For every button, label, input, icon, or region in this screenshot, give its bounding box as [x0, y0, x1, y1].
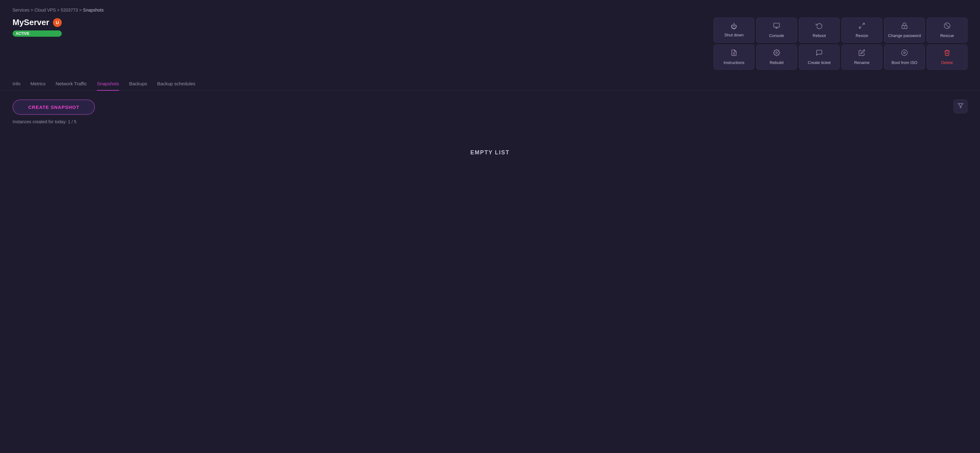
- delete-label: Delete: [941, 60, 953, 65]
- delete-button[interactable]: Delete: [927, 45, 967, 70]
- tab-info[interactable]: Info: [13, 77, 21, 91]
- rescue-button[interactable]: Rescue: [927, 18, 967, 43]
- shut-down-button[interactable]: ⏻ Shut down: [714, 18, 754, 43]
- rebuild-icon: [773, 49, 780, 58]
- svg-point-12: [902, 50, 907, 56]
- rename-label: Rename: [854, 60, 869, 65]
- change-password-button[interactable]: Change password: [884, 18, 925, 43]
- instances-text: Instances created for today: 1 / 5: [13, 119, 95, 124]
- rebuild-label: Rebuild: [770, 60, 783, 65]
- tab-snapshots[interactable]: Snapshots: [97, 77, 119, 91]
- boot-from-iso-label: Boot from ISO: [892, 60, 917, 65]
- reboot-button[interactable]: Reboot: [799, 18, 840, 43]
- console-button[interactable]: Console: [756, 18, 797, 43]
- svg-line-4: [859, 26, 861, 28]
- resize-icon: [858, 22, 865, 31]
- snapshots-content: CREATE SNAPSHOT Instances created for to…: [0, 91, 980, 165]
- boot-from-iso-button[interactable]: Boot from ISO: [884, 45, 925, 70]
- svg-point-11: [776, 52, 778, 54]
- breadcrumb-current: Snapshots: [83, 8, 104, 13]
- instructions-label: Instructions: [724, 60, 745, 65]
- tab-network-traffic[interactable]: Network Traffic: [56, 77, 87, 91]
- filter-button[interactable]: [954, 99, 967, 113]
- empty-list-label: EMPTY LIST: [13, 149, 967, 156]
- svg-point-6: [904, 27, 905, 27]
- create-ticket-icon: [816, 49, 822, 58]
- rebuild-button[interactable]: Rebuild: [756, 45, 797, 70]
- console-icon: [773, 22, 780, 31]
- tab-metrics[interactable]: Metrics: [30, 77, 45, 91]
- tabs-bar: Info Metrics Network Traffic Snapshots B…: [0, 77, 980, 91]
- server-info: MyServer U ACTIVE: [13, 18, 62, 37]
- shut-down-label: Shut down: [724, 33, 743, 37]
- svg-rect-0: [774, 23, 780, 27]
- action-grid: ⏻ Shut down Console Reboot Resize Chan: [714, 18, 967, 70]
- rename-icon: [858, 49, 865, 58]
- breadcrumb-services[interactable]: Services: [13, 8, 29, 13]
- status-badge: ACTIVE: [13, 30, 62, 37]
- svg-line-8: [945, 24, 949, 28]
- breadcrumb: Services > Cloud VPS > 5203773 > Snapsho…: [0, 0, 980, 18]
- os-icon: U: [53, 18, 62, 27]
- rescue-label: Rescue: [940, 33, 954, 38]
- change-password-label: Change password: [888, 33, 921, 38]
- tab-backups[interactable]: Backups: [129, 77, 147, 91]
- create-snapshot-button[interactable]: CREATE SNAPSHOT: [13, 99, 95, 115]
- server-name: MyServer: [13, 18, 49, 27]
- rename-button[interactable]: Rename: [842, 45, 882, 70]
- console-label: Console: [769, 33, 784, 38]
- shut-down-icon: ⏻: [731, 23, 737, 30]
- instructions-button[interactable]: Instructions: [714, 45, 754, 70]
- svg-point-13: [904, 52, 905, 54]
- delete-icon: [943, 49, 951, 58]
- change-password-icon: [901, 22, 908, 31]
- resize-label: Resize: [856, 33, 868, 38]
- create-ticket-label: Create ticket: [808, 60, 831, 65]
- boot-from-iso-icon: [901, 49, 908, 58]
- svg-line-3: [862, 23, 864, 25]
- breadcrumb-cloud-vps[interactable]: Cloud VPS: [35, 8, 56, 13]
- filter-icon: [958, 103, 963, 110]
- instructions-icon: [730, 49, 737, 58]
- breadcrumb-server-id[interactable]: 5203773: [61, 8, 78, 13]
- tab-backup-schedules[interactable]: Backup schedules: [158, 77, 196, 91]
- reboot-icon: [816, 22, 822, 31]
- reboot-label: Reboot: [813, 33, 826, 38]
- svg-marker-14: [958, 104, 963, 108]
- rescue-icon: [943, 22, 951, 31]
- resize-button[interactable]: Resize: [842, 18, 882, 43]
- create-ticket-button[interactable]: Create ticket: [799, 45, 840, 70]
